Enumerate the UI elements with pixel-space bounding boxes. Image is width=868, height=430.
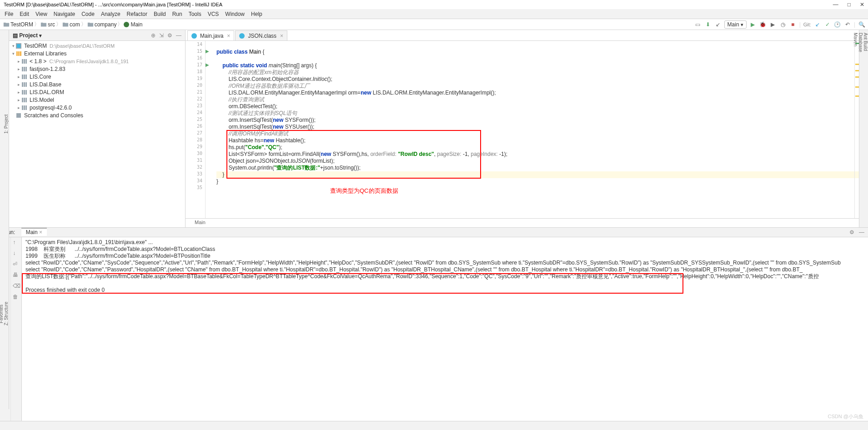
editor-tab[interactable]: Main.java×	[187, 30, 234, 40]
menu-file[interactable]: File	[2, 10, 16, 18]
menu-run[interactable]: Run	[170, 10, 185, 18]
svg-rect-12	[24, 75, 25, 79]
up-icon[interactable]: ↑	[13, 239, 19, 245]
ant-build-tab[interactable]: Ant Build	[863, 33, 868, 221]
gear-icon[interactable]: ⚙	[167, 32, 172, 39]
minimize-button[interactable]: —	[833, 1, 838, 8]
code-line[interactable]: //调用ORM的FindAll测试	[216, 130, 859, 137]
code-line[interactable]	[216, 55, 859, 62]
breadcrumb-item[interactable]: src	[40, 21, 55, 28]
line-gutter: 1415161718192021222324252627282930313233…	[186, 41, 206, 218]
structure-tool-tab[interactable]: Z: Structure	[4, 230, 9, 397]
favorites-tool-tab[interactable]: Favorites	[0, 230, 4, 397]
breadcrumb-item[interactable]: Main	[123, 21, 143, 28]
main-area: 1: Project ▤ Project ▾ ⊕ ⇲ ⚙ — ▾TestORMD…	[0, 30, 868, 227]
menu-navigate[interactable]: Navigate	[51, 10, 78, 18]
hide-panel-icon[interactable]: —	[176, 32, 181, 39]
code-line[interactable]: LIS.DAL.ORM.EntityManager.EntityManagerI…	[216, 90, 859, 96]
svg-rect-6	[24, 59, 25, 64]
tree-item[interactable]: ▸LIS.DAL.ORM	[9, 88, 185, 96]
profile-icon[interactable]: ◷	[779, 21, 787, 28]
menu-build[interactable]: Build	[151, 10, 169, 18]
menu-analyze[interactable]: Analyze	[98, 10, 123, 18]
tree-item[interactable]: ▸fastjson-1.2.83	[9, 65, 185, 73]
print-icon[interactable]: 🖶	[13, 272, 19, 278]
git-history-icon[interactable]: 🕑	[834, 21, 841, 28]
code-line[interactable]: //ORM通过容器取数据库驱动工厂	[216, 83, 859, 90]
tree-item[interactable]: ▾TestORMD:\jbase\jbase\DAL\TestORM	[9, 42, 185, 50]
code-line[interactable]	[216, 185, 859, 192]
wrap-icon[interactable]: ⏎	[13, 261, 19, 267]
search-icon[interactable]: 🔍	[858, 21, 865, 28]
svg-rect-11	[22, 75, 23, 79]
nav-back-icon[interactable]: ↙	[714, 21, 722, 28]
menu-tools[interactable]: Tools	[186, 10, 204, 18]
code-line[interactable]: public class Main {	[216, 49, 859, 55]
run-line-icon[interactable]: ▶	[206, 49, 209, 54]
stop-icon[interactable]: ■	[789, 21, 797, 28]
run-icon[interactable]: ▶	[749, 21, 757, 28]
debug-icon[interactable]: 🐞	[759, 21, 767, 28]
code-line[interactable]: Hashtable hs=new Hashtable();	[216, 137, 859, 144]
editor-tab[interactable]: JSON.class×	[235, 30, 287, 40]
svg-rect-3	[18, 51, 20, 56]
code-editor[interactable]: public class Main { public static void m…	[213, 41, 859, 218]
menu-code[interactable]: Code	[79, 10, 97, 18]
run-gear-icon[interactable]: ⚙	[849, 229, 854, 235]
toggle-panel-icon[interactable]: ▭	[694, 21, 702, 28]
menu-refactor[interactable]: Refactor	[124, 10, 150, 18]
menu-help[interactable]: Help	[248, 10, 265, 18]
run-line-icon[interactable]: ▶	[206, 62, 209, 67]
breadcrumb-item[interactable]: TestORM	[3, 21, 34, 28]
git-commit-icon[interactable]: ✓	[824, 21, 831, 28]
build-icon[interactable]: ⬇	[704, 21, 712, 28]
menu-edit[interactable]: Edit	[17, 10, 32, 18]
code-line[interactable]: System.out.println("查询的LIST数据:"+json.toS…	[216, 165, 859, 171]
tree-item[interactable]: ▸LIS.Model	[9, 96, 185, 104]
tree-item[interactable]: Scratches and Consoles	[9, 111, 185, 119]
code-line[interactable]: orm.InsertSqlTest(new SYSUser());	[216, 124, 859, 130]
code-line[interactable]: //测试通过实体得到SQL语句	[216, 110, 859, 117]
trash-icon[interactable]: 🗑	[13, 294, 19, 300]
tree-item[interactable]: ▸LIS.Dal.Base	[9, 80, 185, 88]
code-line[interactable]: orm.InsertSqlTest(new SYSForm());	[216, 117, 859, 124]
svg-rect-9	[24, 67, 25, 71]
editor-breadcrumb[interactable]: Main	[186, 218, 859, 227]
clear-icon[interactable]: ⌫	[13, 283, 19, 289]
run-tab[interactable]: Main ×	[21, 228, 47, 236]
code-line[interactable]: public static void main(String[] args) {	[216, 62, 859, 69]
code-line[interactable]: List<SYSForm> formList=orm.FindAll(new S…	[216, 151, 859, 158]
console-output[interactable]: "C:\Program Files\Java\jdk1.8.0_191\bin\…	[22, 237, 868, 427]
menu-vcs[interactable]: VCS	[205, 10, 222, 18]
close-button[interactable]: ✕	[860, 1, 864, 8]
run-hide-icon[interactable]: —	[859, 229, 864, 235]
code-line[interactable]: //用容器的配置xm初始化容器	[216, 69, 859, 76]
editor-minimap[interactable]	[854, 41, 859, 218]
collapse-icon[interactable]: ⇲	[159, 32, 164, 39]
git-rollback-icon[interactable]: ↶	[844, 21, 851, 28]
run-config-selector[interactable]: Main ▾	[724, 20, 747, 29]
code-line[interactable]: Object json=JSONObject.toJSON(formList);	[216, 158, 859, 165]
code-line[interactable]: //执行查询测试	[216, 96, 859, 103]
tree-item[interactable]: ▸< 1.8 >C:\Program Files\Java\jdk1.8.0_1…	[9, 57, 185, 65]
breadcrumb-item[interactable]: company	[87, 21, 117, 28]
code-line[interactable]: }	[216, 178, 859, 185]
code-line[interactable]: orm.DBSelectTest();	[216, 103, 859, 110]
menu-window[interactable]: Window	[222, 10, 247, 18]
menu-view[interactable]: View	[33, 10, 50, 18]
code-line[interactable]	[216, 42, 859, 49]
maximize-button[interactable]: □	[848, 1, 851, 8]
tree-item[interactable]: ▸postgresql-42.6.0	[9, 104, 185, 111]
coverage-icon[interactable]: ▶	[769, 21, 777, 28]
code-line[interactable]: hs.put("Code","QC");	[216, 144, 859, 151]
git-update-icon[interactable]: ↙	[814, 21, 821, 28]
code-line[interactable]: LIS.Core.Context.ObjectContainer.InitIoc…	[216, 76, 859, 83]
code-line[interactable]: }	[216, 171, 859, 178]
down-icon[interactable]: ↓	[13, 250, 19, 256]
tree-item[interactable]: ▸LIS.Core	[9, 73, 185, 80]
project-tree[interactable]: ▾TestORMD:\jbase\jbase\DAL\TestORM▾Exter…	[9, 41, 185, 120]
project-tool-tab[interactable]: 1: Project	[4, 33, 9, 215]
tree-item[interactable]: ▾External Libraries	[9, 50, 185, 57]
breadcrumb-item[interactable]: com	[62, 21, 80, 28]
locate-icon[interactable]: ⊕	[151, 32, 156, 39]
